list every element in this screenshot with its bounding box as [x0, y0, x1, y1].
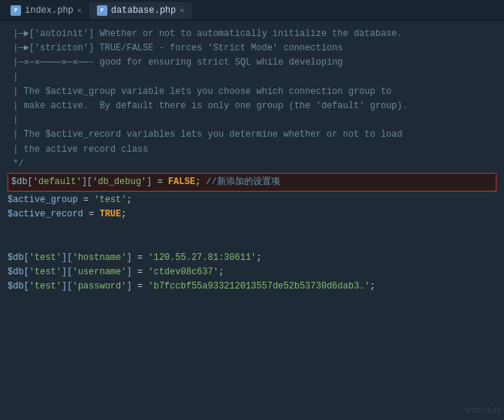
- code-line-17: $db['test']['username'] = 'ctdev08c637';: [8, 265, 496, 279]
- code-line-2: |—►['stricton'] TRUE/FALSE - forces 'Str…: [8, 41, 496, 56]
- php-icon: P: [11, 5, 21, 16]
- tab-index-php[interactable]: P index.php ✕: [3, 2, 89, 19]
- tab-label-db: database.php: [111, 5, 176, 16]
- code-line-7: |: [8, 113, 496, 128]
- editor-container: P index.php ✕ P database.php ✕ |—►['auto…: [0, 0, 504, 420]
- highlighted-code-line: $db['default']['db_debug'] = FALSE; //新添…: [8, 173, 496, 192]
- code-operator: =: [152, 177, 168, 187]
- code-line-blank1: [8, 222, 496, 236]
- tab-database-php[interactable]: P database.php ✕: [89, 2, 192, 19]
- tab-label: index.php: [25, 5, 74, 16]
- code-string1: 'default': [33, 177, 82, 187]
- code-line-4: |: [8, 71, 496, 85]
- code-comment-cn: //新添加的设置项: [201, 177, 280, 187]
- code-variable: $db[: [11, 177, 33, 187]
- code-line-18: $db['test']['password'] = 'b7fccbf55a933…: [8, 279, 496, 294]
- code-line-blank2: [8, 237, 496, 251]
- code-bracket: ][: [82, 177, 92, 187]
- code-semi: ;: [195, 177, 201, 187]
- code-line-10: */: [8, 157, 496, 171]
- code-string2: 'db_debug': [92, 177, 146, 187]
- code-line-13: $active_record = TRUE;: [8, 207, 496, 222]
- watermark: phpStudy: [465, 405, 501, 417]
- code-line-5: | The $active_group variable lets you ch…: [8, 85, 496, 99]
- tab-close-db-icon[interactable]: ✕: [180, 6, 184, 15]
- code-line-9: | the active record class: [8, 143, 496, 157]
- tab-close-icon[interactable]: ✕: [77, 6, 82, 15]
- code-line-3: |—✕—✕————✕—✕——- good for ensuring strict…: [8, 56, 496, 70]
- code-line-16: $db['test']['hostname'] = '120.55.27.81:…: [8, 251, 496, 265]
- code-line-6: | make active. By default there is only …: [8, 99, 496, 113]
- tab-bar: P index.php ✕ P database.php ✕: [0, 0, 504, 21]
- code-false-keyword: FALSE: [168, 177, 195, 187]
- code-line-8: | The $active_record variables lets you …: [8, 128, 496, 142]
- php-icon-db: P: [97, 5, 107, 16]
- code-line-12: $active_group = 'test';: [8, 193, 496, 207]
- code-line-1: |—►['autoinit'] Whether or not to automa…: [8, 27, 496, 41]
- code-editor[interactable]: |—►['autoinit'] Whether or not to automa…: [0, 21, 504, 420]
